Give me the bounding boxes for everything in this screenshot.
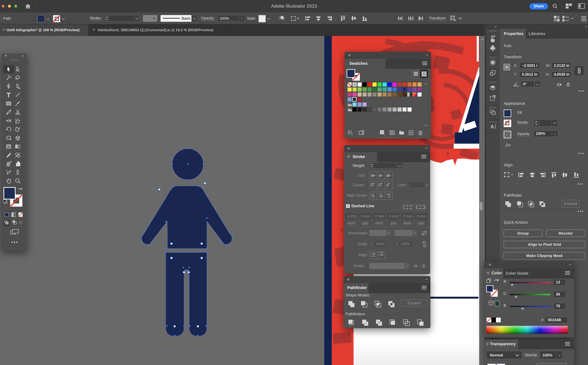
svg-text:A: A (490, 124, 494, 129)
